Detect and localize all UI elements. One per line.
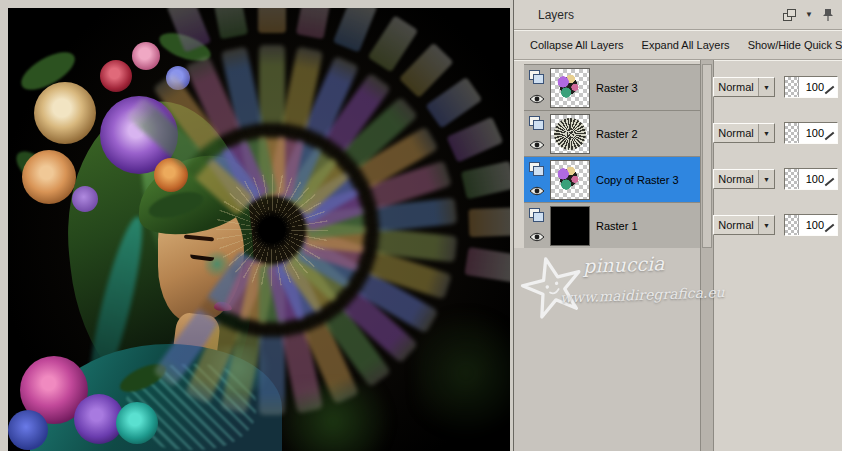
fan-hub-core [252, 210, 292, 250]
fan-outer-tile [258, 8, 286, 33]
show-hide-quick-button[interactable]: Show/Hide Quick Se [748, 39, 842, 51]
bud-violet [72, 186, 98, 212]
opacity-field[interactable]: 100 [784, 76, 838, 98]
layer-thumbnail[interactable] [550, 206, 590, 246]
fan-outer-tile [211, 8, 248, 39]
thumbnail-art [554, 118, 586, 150]
layer-name: Raster 1 [596, 203, 638, 248]
palette-titlebar[interactable]: Layers ▼ [514, 0, 842, 30]
fan-outer-tile [464, 247, 510, 282]
rose-peach [22, 150, 76, 204]
layer-name: Copy of Raster 3 [596, 157, 679, 202]
layer-type-icon [529, 116, 545, 130]
thumbnail-art [551, 207, 589, 245]
chevron-down-icon[interactable]: ▼ [758, 78, 774, 96]
opacity-value: 100 [806, 123, 824, 143]
layer-name: Raster 3 [596, 65, 638, 110]
layer-row-raster1[interactable]: Raster 1 [524, 203, 700, 249]
scrollbar[interactable] [700, 60, 714, 451]
layer-name: Raster 2 [596, 111, 638, 156]
watermark-name: pinuccia [583, 252, 665, 277]
chevron-down-icon[interactable]: ▼ [805, 9, 813, 21]
scrollbar-thumb[interactable] [702, 64, 712, 248]
blend-mode-dropdown[interactable]: Normal ▼ [713, 169, 775, 189]
thumbnail-art [551, 161, 589, 199]
flower-teal [116, 402, 158, 444]
layer-type-icon [529, 70, 545, 84]
palette-title: Layers [538, 8, 574, 22]
float-window-icon[interactable] [783, 9, 796, 21]
watermark: pinuccia www.maidiregrafica.eu [518, 243, 703, 344]
blend-mode-dropdown[interactable]: Normal ▼ [713, 123, 775, 143]
blend-mode-value: Normal [714, 78, 758, 96]
layer-type-icon [529, 208, 545, 222]
fan-outer-tile [446, 117, 503, 163]
opacity-checker [785, 123, 799, 143]
palette-toolbar: Collapse All Layers Expand All Layers Sh… [514, 31, 842, 60]
fan-outer-tile [468, 207, 510, 237]
layer-row-icons [526, 65, 548, 110]
fan-outer-tile [399, 43, 454, 98]
visibility-eye-icon[interactable] [529, 140, 545, 150]
opacity-slider-handle[interactable] [825, 224, 835, 233]
blend-mode-dropdown[interactable]: Normal ▼ [713, 77, 775, 97]
layer-list: Raster 3 Raster 2 Copy of Raster 3 [524, 64, 700, 249]
opacity-slider-handle[interactable] [825, 86, 835, 95]
blend-mode-value: Normal [714, 170, 758, 188]
opacity-slider-handle[interactable] [825, 178, 835, 187]
blend-mode-value: Normal [714, 124, 758, 142]
fan-outer-tile [296, 8, 333, 39]
layer-row-icons [526, 157, 548, 202]
layer-row-copy-of-raster3[interactable]: Copy of Raster 3 [524, 157, 700, 203]
layer-row-icons [526, 111, 548, 156]
fan-outer-tile [425, 77, 482, 129]
opacity-slider-handle[interactable] [825, 132, 835, 141]
thumbnail-art [551, 69, 589, 107]
chevron-down-icon[interactable]: ▼ [758, 170, 774, 188]
layer-type-icon [529, 162, 545, 176]
fan-outer-tile [333, 8, 378, 53]
opacity-field[interactable]: 100 [784, 214, 838, 236]
opacity-field[interactable]: 100 [784, 168, 838, 190]
expand-all-layers-button[interactable]: Expand All Layers [642, 39, 730, 51]
layer-thumbnail[interactable] [550, 68, 590, 108]
layer-row-raster2[interactable]: Raster 2 [524, 111, 700, 157]
opacity-value: 100 [806, 77, 824, 97]
flower-blue [8, 410, 48, 450]
rose-cream [34, 82, 96, 144]
opacity-field[interactable]: 100 [784, 122, 838, 144]
opacity-checker [785, 215, 799, 235]
layer-row-icons [526, 203, 548, 248]
canvas-artwork[interactable] [8, 8, 510, 451]
rose-pink [132, 42, 160, 70]
fan-outer-tile [368, 15, 419, 72]
layers-palette: Layers ▼ Collapse All Layers Expand All … [513, 0, 842, 451]
opacity-value: 100 [806, 215, 824, 235]
visibility-eye-icon[interactable] [529, 94, 545, 104]
app-window: Layers ▼ Collapse All Layers Expand All … [0, 0, 842, 451]
opacity-value: 100 [806, 169, 824, 189]
collapse-all-layers-button[interactable]: Collapse All Layers [530, 39, 624, 51]
opacity-checker [785, 77, 799, 97]
layer-thumbnail[interactable] [550, 114, 590, 154]
layer-thumbnail[interactable] [550, 160, 590, 200]
rose-red [100, 60, 132, 92]
fan-outer-tile [461, 161, 510, 200]
blend-mode-dropdown[interactable]: Normal ▼ [713, 215, 775, 235]
chevron-down-icon[interactable]: ▼ [758, 216, 774, 234]
opacity-checker [785, 169, 799, 189]
visibility-eye-icon[interactable] [529, 232, 545, 242]
visibility-eye-icon[interactable] [529, 186, 545, 196]
chevron-down-icon[interactable]: ▼ [758, 124, 774, 142]
pin-icon[interactable] [822, 8, 834, 22]
blend-mode-value: Normal [714, 216, 758, 234]
star-icon [519, 253, 587, 321]
layer-row-raster3[interactable]: Raster 3 [524, 65, 700, 111]
